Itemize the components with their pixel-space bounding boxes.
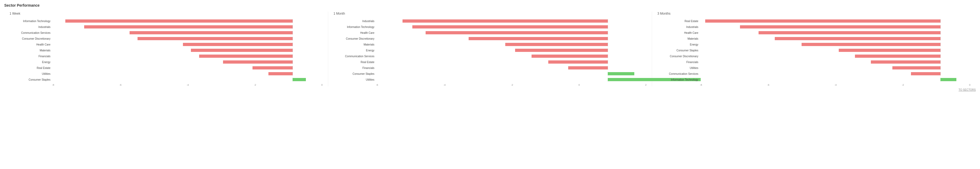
bar-container xyxy=(376,25,646,29)
bar-container xyxy=(700,31,970,35)
x-axis-month: -6-4-202 xyxy=(334,84,646,86)
bar-row: Utilities xyxy=(657,66,970,70)
bar-row: Utilities xyxy=(10,71,323,76)
chart-area-month: IndustrialsInformation TechnologyHealth … xyxy=(334,19,646,82)
bar-row: Consumer Staples xyxy=(334,71,646,76)
bar-label: Consumer Staples xyxy=(10,78,52,81)
bar-label: Financials xyxy=(657,61,700,64)
x-axis-label: -4 xyxy=(835,84,837,86)
bar-row: Energy xyxy=(334,48,646,53)
bar-container xyxy=(52,25,323,29)
bar-container xyxy=(52,54,323,58)
x-axis-label: -6 xyxy=(119,84,121,86)
bar-row: Communication Services xyxy=(334,54,646,58)
bar-label: Consumer Discretionary xyxy=(657,55,700,58)
bar-row: Information Technology xyxy=(10,19,323,23)
bar-container xyxy=(52,78,323,81)
bar-label: Communication Services xyxy=(657,72,700,75)
charts-container: 1 WeekInformation TechnologyIndustrialsC… xyxy=(4,12,976,86)
bar-row: Materials xyxy=(10,48,323,53)
bar-container xyxy=(700,25,970,29)
chart-section-week: 1 WeekInformation TechnologyIndustrialsC… xyxy=(4,12,328,86)
footer-area: TO SECTORS xyxy=(4,89,976,91)
chart-section-month: 1 MonthIndustrialsInformation Technology… xyxy=(328,12,652,86)
x-axis-label: 0 xyxy=(321,84,323,86)
bar-container xyxy=(700,37,970,40)
to-sectors-link[interactable]: TO SECTORS xyxy=(958,89,976,91)
bar-container xyxy=(376,48,646,52)
bar-row: Industrials xyxy=(10,24,323,29)
bar-container xyxy=(376,60,646,64)
bar-row: Communication Services xyxy=(10,31,323,35)
bar-row: Financials xyxy=(334,66,646,70)
bar-label: Communication Services xyxy=(334,55,376,58)
bar-row: Health Care xyxy=(657,31,970,35)
bar-label: Health Care xyxy=(334,31,376,34)
chart-area-months3: Real EstateIndustrialsHealth CareMateria… xyxy=(657,19,970,82)
bar-container xyxy=(52,43,323,46)
chart-title-months3: 3 Months xyxy=(657,12,970,15)
bar-label: Consumer Staples xyxy=(334,72,376,75)
bar-container xyxy=(376,43,646,46)
bar-row: Materials xyxy=(334,42,646,47)
bar-row: Materials xyxy=(657,36,970,41)
bar-row: Energy xyxy=(657,42,970,47)
bar-label: Health Care xyxy=(10,43,52,46)
bar-container xyxy=(52,60,323,64)
bar-container xyxy=(376,37,646,40)
x-axis-label: 0 xyxy=(969,84,970,86)
x-axis-label: -2 xyxy=(511,84,513,86)
bar-row: Industrials xyxy=(657,24,970,29)
bar-container xyxy=(376,78,646,81)
chart-title-week: 1 Week xyxy=(10,12,323,15)
bar-container xyxy=(52,66,323,70)
page-title: Sector Performance xyxy=(4,3,976,8)
bar-label: Real Estate xyxy=(334,61,376,64)
bar-row: Real Estate xyxy=(10,66,323,70)
bar-container xyxy=(52,48,323,52)
x-axis-label: 0 xyxy=(579,84,580,86)
bar-label: Consumer Discretionary xyxy=(334,37,376,40)
bar-label: Industrials xyxy=(10,26,52,29)
bar-label: Energy xyxy=(657,43,700,46)
bar-container xyxy=(52,19,323,23)
bar-row: Financials xyxy=(10,54,323,58)
bar-label: Utilities xyxy=(657,66,700,69)
bar-row: Health Care xyxy=(334,31,646,35)
bar-label: Industrials xyxy=(334,20,376,23)
bar-label: Utilities xyxy=(334,78,376,81)
bar-label: Communication Services xyxy=(10,31,52,34)
chart-title-month: 1 Month xyxy=(334,12,646,15)
bar-row: Consumer Discretionary xyxy=(10,36,323,41)
bar-row: Consumer Staples xyxy=(657,48,970,53)
bar-row: Consumer Discretionary xyxy=(334,36,646,41)
x-axis-label: 2 xyxy=(645,84,646,86)
bar-container xyxy=(700,60,970,64)
bar-container xyxy=(700,72,970,76)
x-axis-week: -8-6-4-20 xyxy=(10,84,323,86)
bar-label: Energy xyxy=(10,61,52,64)
bar-container xyxy=(700,43,970,46)
bar-row: Health Care xyxy=(10,42,323,47)
bar-row: Consumer Staples xyxy=(10,77,323,82)
bar-container xyxy=(700,66,970,70)
bar-container xyxy=(376,66,646,70)
bar-label: Real Estate xyxy=(10,66,52,69)
bar-row: Real Estate xyxy=(657,19,970,23)
bar-container xyxy=(700,78,970,81)
x-axis-label: -6 xyxy=(376,84,378,86)
x-axis-months3: -8-6-4-20 xyxy=(657,84,970,86)
bar-container xyxy=(52,37,323,40)
bar-container xyxy=(376,19,646,23)
bar-row: Real Estate xyxy=(334,60,646,64)
bar-label: Financials xyxy=(334,66,376,69)
bar-row: Financials xyxy=(657,60,970,64)
bar-label: Consumer Discretionary xyxy=(10,37,52,40)
bar-container xyxy=(700,54,970,58)
bar-label: Real Estate xyxy=(657,20,700,23)
bar-container xyxy=(52,31,323,35)
bar-row: Industrials xyxy=(334,19,646,23)
x-axis-label: -2 xyxy=(254,84,256,86)
bar-row: Information Technology xyxy=(657,77,970,82)
x-axis-label: -8 xyxy=(52,84,54,86)
